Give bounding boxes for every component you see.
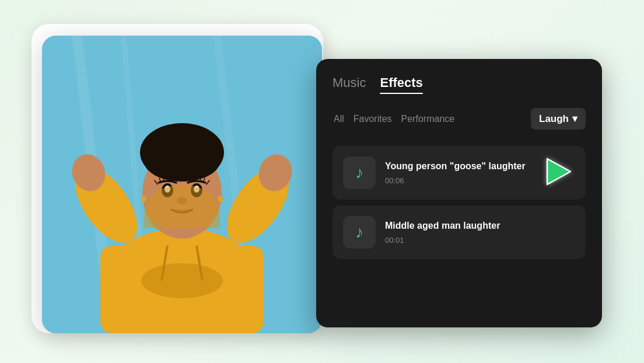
svg-point-17 [164, 131, 200, 156]
music-icon-wrap-2: ♪ [343, 216, 376, 249]
person-illustration [42, 36, 322, 333]
filter-favorites[interactable]: Favorites [352, 111, 393, 127]
sound-item-1[interactable]: ♪ Young person "goose" laughter 00:06 [332, 146, 586, 200]
filter-performance[interactable]: Performance [400, 111, 456, 127]
sound-info-2: Middle aged man laughter 00:01 [385, 220, 575, 245]
music-icon-wrap-1: ♪ [343, 156, 376, 189]
filter-all[interactable]: All [332, 111, 345, 127]
photo-card [42, 36, 322, 333]
tab-effects[interactable]: Effects [380, 75, 422, 94]
svg-point-24 [218, 196, 223, 202]
sound-title-2: Middle aged man laughter [385, 220, 575, 232]
sound-item-2[interactable]: ♪ Middle aged man laughter 00:01 [332, 205, 586, 259]
tab-music[interactable]: Music [332, 75, 366, 94]
svg-point-6 [141, 263, 223, 298]
sound-duration-2: 00:01 [385, 236, 575, 245]
filter-bar: All Favorites Performance Laugh ▾ [332, 108, 586, 130]
svg-marker-25 [547, 159, 570, 184]
svg-point-23 [141, 196, 146, 202]
chevron-down-icon: ▾ [572, 113, 578, 125]
music-note-icon-2: ♪ [355, 223, 363, 242]
music-note-icon-1: ♪ [355, 163, 363, 182]
sound-list: ♪ Young person "goose" laughter 00:06 ♪ [332, 146, 586, 259]
play-arrow-cursor [544, 156, 574, 189]
tab-bar: Music Effects [332, 75, 586, 94]
scene-container: Music Effects All Favorites Performance … [42, 24, 602, 339]
filter-laugh-pill[interactable]: Laugh ▾ [531, 108, 586, 130]
effects-panel: Music Effects All Favorites Performance … [316, 59, 602, 327]
